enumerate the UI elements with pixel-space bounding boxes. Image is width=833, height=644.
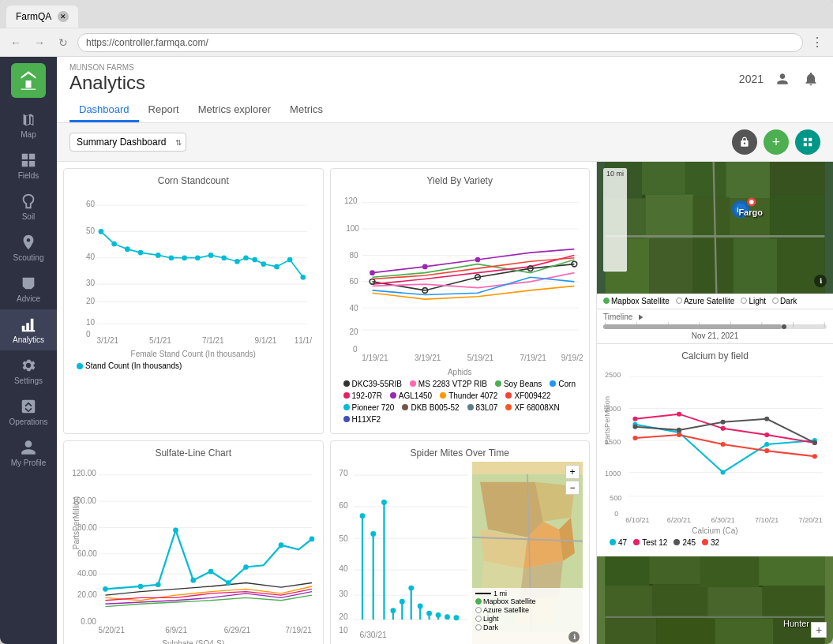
- svg-text:60: 60: [339, 501, 348, 510]
- browser-menu-button[interactable]: ⋮: [808, 33, 827, 52]
- sidebar-item-map[interactable]: Map: [0, 104, 57, 145]
- sidebar: Map Fields Soil Scouting Advice: [0, 57, 57, 644]
- nav-tabs: Dashboard Report Metrics explorer Metric…: [69, 99, 820, 122]
- field-radio-azure[interactable]: Azure Satellite: [475, 606, 580, 614]
- sidebar-item-scouting[interactable]: Scouting: [0, 227, 57, 268]
- address-bar[interactable]: [77, 33, 803, 52]
- h11-dot: [343, 416, 350, 422]
- timeline-section: Timeline | | | | | | |: [597, 309, 833, 344]
- svg-point-18: [169, 255, 174, 260]
- user-settings-icon[interactable]: [773, 69, 792, 88]
- sidebar-item-soil[interactable]: Soil: [0, 186, 57, 227]
- radio-mapbox-label: Mapbox Satellite: [611, 297, 670, 305]
- svg-point-80: [208, 568, 214, 574]
- advice-icon: [20, 275, 37, 292]
- calcium-test12-label: Test 12: [642, 538, 667, 547]
- grid-view-button[interactable]: [795, 129, 820, 155]
- radio-azure[interactable]: Azure Satellite: [676, 297, 734, 305]
- sidebar-item-analytics[interactable]: Analytics: [0, 309, 57, 350]
- map-info-button[interactable]: ℹ: [814, 275, 827, 287]
- main-content: MUNSON FARMS Analytics 2021 Dashb: [57, 57, 833, 644]
- sidebar-item-settings[interactable]: Settings: [0, 350, 57, 391]
- svg-text:7/19/21: 7/19/21: [286, 625, 313, 634]
- field-radio-mapbox[interactable]: Mapbox Satellite: [475, 597, 580, 605]
- tab-metrics[interactable]: Metrics: [280, 99, 332, 122]
- sidebar-soil-label: Soil: [22, 212, 36, 221]
- tab-dashboard[interactable]: Dashboard: [69, 99, 139, 122]
- zoom-out-button[interactable]: −: [565, 481, 580, 495]
- browser-tab[interactable]: FarmQA ✕: [6, 6, 78, 28]
- sidebar-item-profile[interactable]: My Profile: [0, 432, 57, 474]
- radio-light[interactable]: Light: [741, 297, 766, 305]
- add-widget-button[interactable]: +: [764, 129, 789, 155]
- pioneer-dot: [343, 404, 350, 410]
- radio-azure-dot: [676, 298, 682, 304]
- svg-point-191: [812, 454, 817, 459]
- corn-chart-svg: 60 50 40 30 20 10 0: [70, 189, 317, 347]
- field-radio-light[interactable]: Light: [475, 615, 580, 623]
- svg-text:6/9/21: 6/9/21: [165, 625, 187, 634]
- reload-button[interactable]: ↻: [54, 33, 73, 52]
- corn-dot: [550, 380, 556, 387]
- svg-point-19: [182, 255, 187, 260]
- spider-chart-title: Spider Mites Over Time: [337, 447, 583, 459]
- map-expand-button[interactable]: +: [811, 622, 827, 638]
- svg-rect-149: [649, 238, 693, 293]
- svg-point-77: [156, 582, 161, 587]
- svg-rect-204: [707, 587, 762, 619]
- field-radio-dark[interactable]: Dark: [475, 623, 580, 631]
- calcium-legend: 47 Test 12 245: [603, 535, 827, 550]
- charts-area: Corn Standcount 60 50 40 30 20 10 0: [57, 162, 833, 644]
- scale-label: 1 mi: [493, 590, 507, 597]
- svg-text:7/20/21: 7/20/21: [799, 516, 823, 524]
- svg-point-53: [370, 270, 375, 275]
- svg-point-109: [390, 608, 396, 613]
- tab-close-button[interactable]: ✕: [58, 11, 69, 22]
- map-radio-group: Mapbox Satellite Azure Satellite Light: [597, 294, 833, 309]
- notifications-icon[interactable]: [801, 69, 820, 88]
- header-left: MUNSON FARMS Analytics: [69, 63, 145, 94]
- svg-point-78: [173, 527, 178, 533]
- sidebar-item-advice[interactable]: Advice: [0, 268, 57, 309]
- radio-dark[interactable]: Dark: [772, 297, 797, 305]
- zoom-in-button[interactable]: +: [565, 465, 580, 479]
- sidebar-item-fields[interactable]: Fields: [0, 145, 57, 186]
- sidebar-map-label: Map: [21, 130, 36, 139]
- dashboard-selector-wrapper: Summary Dashboard: [69, 133, 186, 152]
- agl-label: AGL1450: [399, 391, 432, 400]
- tab-report[interactable]: Report: [139, 99, 189, 122]
- svg-point-14: [111, 242, 117, 247]
- 83l-label: 83L07: [476, 403, 498, 412]
- chart-row-2: Sulfate-Line Chart 120.00 100.00 80.00 6…: [63, 440, 590, 645]
- dashboard-selector[interactable]: Summary Dashboard: [69, 133, 186, 152]
- satellite-map-svg: I: [597, 162, 833, 294]
- svg-point-117: [426, 610, 432, 616]
- yield-x-label: Aphids: [337, 368, 583, 376]
- back-button[interactable]: ←: [6, 33, 25, 52]
- field-info-button[interactable]: ℹ: [568, 631, 580, 642]
- timeline-bar[interactable]: | | | | | | | |: [603, 324, 827, 329]
- legend-dkc: DKC39-55RIB: [343, 380, 402, 388]
- sidebar-item-operations[interactable]: Operations: [0, 391, 57, 432]
- calcium-chart-svg: 2500 2000 1500 1000 500 0 PartsPerMillio…: [603, 365, 827, 524]
- browser-toolbar: ← → ↻ ⋮: [0, 28, 833, 57]
- svg-point-55: [475, 257, 480, 263]
- lock-button[interactable]: [732, 129, 757, 155]
- tab-metrics-explorer[interactable]: Metrics explorer: [189, 99, 280, 122]
- agl-dot: [390, 392, 396, 399]
- svg-point-185: [764, 416, 769, 421]
- forward-button[interactable]: →: [30, 33, 49, 52]
- thunder-label: Thunder 4072: [448, 391, 497, 400]
- field-radio-azure-dot: [475, 607, 482, 613]
- radio-mapbox[interactable]: Mapbox Satellite: [603, 297, 670, 305]
- profile-icon: [20, 439, 37, 456]
- yield-chart-title: Yield By Variety: [337, 175, 583, 186]
- sidebar-profile-label: My Profile: [11, 459, 46, 467]
- svg-rect-198: [606, 556, 650, 586]
- map-city-label: Fargo: [738, 208, 763, 217]
- svg-point-105: [370, 531, 376, 537]
- satellite-map-panel: I Fargo 10 mi ℹ: [597, 162, 833, 294]
- analytics-icon: [20, 316, 37, 333]
- dashboard-toolbar: Summary Dashboard +: [57, 123, 833, 162]
- calcium-legend-245: 245: [674, 538, 696, 547]
